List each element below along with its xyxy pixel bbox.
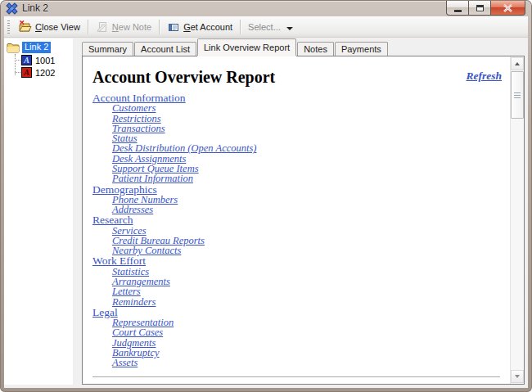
report-section-link-research[interactable]: Research xyxy=(92,214,133,225)
report-body: Account Overview Report Refresh Account … xyxy=(83,56,510,384)
window-controls xyxy=(446,1,525,16)
refresh-link[interactable]: Refresh xyxy=(467,70,503,83)
report-divider xyxy=(92,376,500,377)
report-panel: Account Overview Report Refresh Account … xyxy=(82,56,525,385)
report-section-link-demographics[interactable]: Demographics xyxy=(92,184,157,195)
new-note-button-label: New Note xyxy=(112,22,151,32)
new-note-button[interactable]: New Note xyxy=(90,18,157,36)
report-title: Account Overview Report xyxy=(92,67,507,87)
dropdown-arrow-icon xyxy=(286,27,293,30)
close-view-button[interactable]: Close View xyxy=(13,18,86,36)
report-section-link-work-effort[interactable]: Work Effort xyxy=(92,255,146,266)
report-link-customers[interactable]: Customers xyxy=(112,103,156,113)
tree-item-label: 1202 xyxy=(35,68,55,78)
tree-root-link2[interactable]: Link 2 xyxy=(7,41,73,54)
select-button[interactable]: Select... xyxy=(242,18,299,36)
tab-summary[interactable]: Summary xyxy=(82,42,133,56)
account-blue-icon: A xyxy=(21,55,32,65)
toolbar-separator xyxy=(159,20,160,34)
get-account-button[interactable]: Get Account xyxy=(161,18,238,36)
report-sections: Account InformationCustomersRestrictions… xyxy=(92,92,507,368)
toolbar-grip-handle[interactable] xyxy=(7,20,10,34)
report-link-reminders[interactable]: Reminders xyxy=(112,297,156,307)
close-button[interactable] xyxy=(491,1,525,16)
app-window: Link 2 Close ViewNew NoteGet AccountSele… xyxy=(0,0,532,392)
report-link-desk-distribution-open-accounts[interactable]: Desk Distribution (Open Accounts) xyxy=(112,143,256,153)
tab-link-overview-report[interactable]: Link Overview Report xyxy=(197,38,296,56)
arrow-up-icon xyxy=(515,62,520,65)
close-view-icon xyxy=(19,20,32,34)
account-red-icon: A xyxy=(21,67,32,78)
thumb-grip-icon xyxy=(514,92,521,98)
get-account-icon xyxy=(167,20,180,34)
toolbar-separator xyxy=(240,20,241,34)
folder-icon xyxy=(7,43,20,53)
window-title: Link 2 xyxy=(22,2,48,14)
report-link-letters[interactable]: Letters xyxy=(112,286,141,296)
get-account-button-label: Get Account xyxy=(183,22,232,32)
app-icon xyxy=(6,2,18,15)
close-view-button-label: Close View xyxy=(35,22,80,32)
tab-strip: SummaryAccount ListLink Overview ReportN… xyxy=(82,39,389,56)
new-note-icon xyxy=(96,20,109,34)
maximize-button[interactable] xyxy=(469,1,491,16)
toolbar-separator xyxy=(88,20,88,34)
tab-payments[interactable]: Payments xyxy=(335,42,388,56)
report-scrollbar[interactable] xyxy=(510,56,524,384)
arrow-down-icon xyxy=(515,375,520,378)
link-tree-panel: Link 2 A1001A1202 xyxy=(4,38,73,385)
minimize-icon xyxy=(454,10,462,12)
partial-next-heading: Account Information xyxy=(92,382,507,384)
tree-item-1001[interactable]: A1001 xyxy=(21,54,73,66)
report-header: Account Overview Report Refresh xyxy=(92,67,507,87)
report-link-patient-information[interactable]: Patient Information xyxy=(112,173,193,183)
toolbar: Close ViewNew NoteGet AccountSelect... xyxy=(4,16,528,38)
client-area: Close ViewNew NoteGet AccountSelect... L… xyxy=(4,16,528,388)
report-link-court-cases[interactable]: Court Cases xyxy=(112,327,163,337)
close-icon xyxy=(503,4,512,12)
tree-root-label: Link 2 xyxy=(22,42,51,53)
titlebar[interactable]: Link 2 xyxy=(0,0,532,16)
minimize-button[interactable] xyxy=(446,1,469,16)
tab-account-list[interactable]: Account List xyxy=(134,42,196,56)
select-button-label: Select... xyxy=(248,22,281,32)
report-link-restrictions[interactable]: Restrictions xyxy=(112,114,161,124)
scroll-down-button[interactable] xyxy=(511,370,524,383)
tree-item-1202[interactable]: A1202 xyxy=(21,66,73,79)
tree-item-label: 1001 xyxy=(35,56,55,65)
maximize-icon xyxy=(476,5,484,11)
report-link-assets[interactable]: Assets xyxy=(112,358,138,367)
scrollbar-thumb[interactable] xyxy=(511,71,524,119)
scroll-up-button[interactable] xyxy=(511,57,524,70)
toolbar-buttons: Close ViewNew NoteGet AccountSelect... xyxy=(13,16,299,37)
tab-notes[interactable]: Notes xyxy=(297,42,334,56)
